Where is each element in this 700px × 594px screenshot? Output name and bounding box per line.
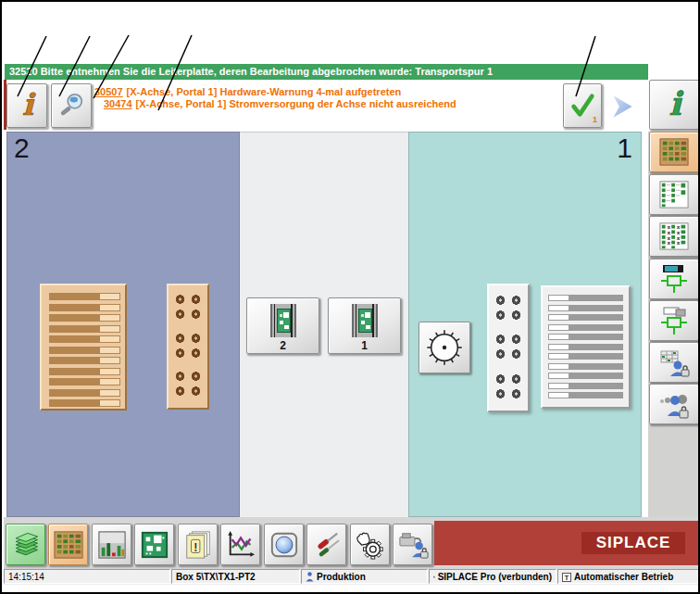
toolbar-statistics-button[interactable] [92,524,131,565]
sidebar-board-connection-button[interactable] [649,259,699,299]
toolbar-trend-chart-button[interactable] [220,524,260,565]
toolbar-machine-access-button[interactable] [393,524,432,565]
tray-unit-module[interactable] [167,284,209,410]
siplace-logo: SIPLACE [581,532,685,554]
warning-code-link[interactable]: 30507 [94,86,123,97]
info-button[interactable]: i [6,83,47,128]
warning-text: [X-Achse, Portal 1] Stromversorgung der … [136,98,456,109]
toolbar-maintenance-button[interactable] [306,524,346,565]
next-message-button[interactable] [606,89,639,124]
toolbar-pcb-view-button[interactable] [134,524,174,565]
svg-text:i: i [669,87,683,122]
camera-icon [269,530,300,560]
tray-slot-group [493,372,524,403]
warning-list: 30507[X-Achse, Portal 1] Hardware-Warnun… [94,86,456,110]
transport-lane-2-button[interactable]: 2 [246,297,319,354]
gantry-number-label: 2 [14,133,30,164]
station-text: Box 5\TX\TX1-PT2 [176,571,256,584]
connection-icon [433,572,435,582]
sidebar-setup-permissions-button[interactable] [649,342,699,383]
brand-banner: SIPLACE [434,521,698,565]
tray-slot-group [172,331,204,362]
tray-slot-group [172,369,204,400]
operation-mode-icon: T [562,573,571,582]
tray-unit-module[interactable] [487,284,530,412]
info-icon: i [16,90,38,121]
mode-text: Produktion [317,571,366,584]
rotary-head-icon [424,327,465,368]
acknowledge-count-badge: 1 [593,115,597,124]
svg-text:!: ! [194,540,197,553]
message-bar: 32520 Bitte entnehmen Sie die Leiterplat… [5,64,648,80]
user-lock-icon [657,388,691,420]
acknowledge-button[interactable]: 1 [563,83,602,128]
setup-permissions-icon [657,347,691,378]
tray-slot-group [493,332,524,363]
error-log-icon: ! [182,530,214,560]
machine-access-icon [397,530,429,560]
warning-row: 30474[X-Achse, Portal 1] Stromversorgung… [94,98,456,110]
tray-slot-group [493,293,524,324]
tray-slot-group [172,292,204,323]
sidebar-component-table-button[interactable] [649,132,699,172]
warning-row: 30507[X-Achse, Portal 1] Hardware-Warnun… [94,86,456,98]
board-connection-icon [657,263,691,295]
hand-gear-icon [355,530,386,560]
application-window: 32520 Bitte entnehmen Sie die Leiterplat… [0,0,700,594]
feeder-table-icon [53,530,84,560]
sidebar-component-status-button[interactable]: xxxx xxxx [649,216,699,257]
transport-lane-label: 2 [280,339,286,352]
svg-text:x: x [667,240,670,246]
transport-lane-label: 1 [361,339,368,352]
toolbar-manual-mode-button[interactable] [350,524,390,565]
gantry-panel-2: 2 [6,132,240,517]
status-operation: T Automatischer Betrieb [557,569,700,584]
search-button[interactable] [51,83,92,128]
warning-code-link[interactable]: 30474 [104,98,132,109]
sidebar-info-button[interactable]: i [649,80,699,130]
status-station: Box 5\TX\TX1-PT2 [171,569,300,584]
chevron-right-icon [606,91,638,122]
clock-text: 14:15:14 [8,571,44,584]
svg-text:i: i [22,90,36,121]
user-icon [306,572,314,582]
component-status-icon: xxxx xxxx [658,221,690,251]
status-time: 14:15:14 [4,569,170,584]
pcb-view-icon [139,530,170,560]
toolbar-feeder-table-button[interactable] [48,524,88,565]
status-connection: SIPLACE Pro (verbunden) [429,569,556,584]
feeder-bank-module[interactable] [541,285,631,409]
board-stack-icon [9,529,43,561]
status-mode: Produktion [301,569,428,584]
trend-chart-icon [225,530,256,560]
feeder-assignment-icon [658,180,690,209]
component-table-icon [658,137,690,167]
svg-text:x: x [677,240,681,246]
sidebar-feeder-assignment-button[interactable] [649,174,699,215]
transport-lane-1-button[interactable]: 1 [328,297,401,354]
toolbar-error-log-button[interactable]: ! [178,524,218,565]
status-bar: 14:15:14 Box 5\TX\TX1-PT2 Produktion SIP… [4,569,700,585]
board-layout-icon [657,305,691,336]
info-icon: i [662,87,686,122]
maintenance-tools-icon [311,530,343,560]
connection-text: SIPLACE Pro (verbunden) [438,571,552,584]
gantry-number-label: 1 [617,133,632,164]
pcb-conveyor-icon [270,304,296,337]
toolbar-camera-button[interactable] [264,524,304,565]
search-icon [57,92,85,120]
feeder-bank-module[interactable] [40,284,127,411]
warning-text: [X-Achse, Portal 1] Hardware-Warnung 4-m… [127,86,402,97]
sidebar-user-lock-button[interactable] [649,384,699,424]
operation-text: Automatischer Betrieb [574,571,673,584]
statistics-icon [96,530,128,560]
pcb-conveyor-icon [352,304,378,337]
sidebar-board-layout-button[interactable] [649,300,699,341]
rotary-head-button[interactable] [419,322,470,373]
toolbar-board-stack-button[interactable] [6,524,45,565]
